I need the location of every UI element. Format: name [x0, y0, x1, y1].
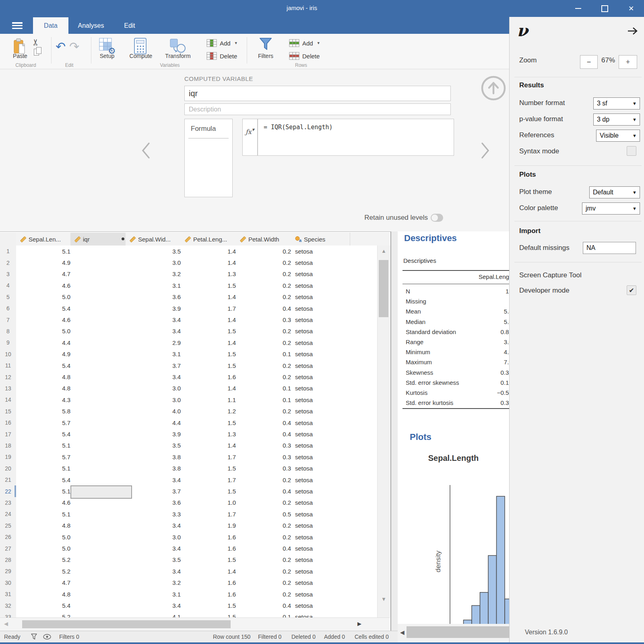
row-number[interactable]: 1: [0, 246, 17, 257]
table-cell[interactable]: setosa: [291, 497, 355, 509]
table-cell[interactable]: 3.9: [126, 303, 186, 314]
row-number[interactable]: 14: [0, 394, 17, 406]
table-cell[interactable]: setosa: [291, 428, 355, 440]
table-cell[interactable]: 3.3: [126, 508, 186, 520]
table-cell[interactable]: [70, 485, 132, 498]
table-cell[interactable]: setosa: [291, 360, 355, 372]
row-number[interactable]: 11: [0, 360, 17, 372]
row-number[interactable]: 32: [0, 600, 17, 611]
table-cell[interactable]: 0.1: [236, 611, 296, 617]
table-cell[interactable]: 0.2: [236, 577, 296, 589]
table-cell[interactable]: setosa: [291, 303, 355, 314]
column-header-sepal-len[interactable]: Sepal.Len...: [16, 233, 74, 246]
maximize-button[interactable]: [598, 3, 611, 14]
row-number[interactable]: 26: [0, 531, 17, 543]
table-cell[interactable]: 4.6: [16, 280, 76, 291]
table-cell[interactable]: setosa: [291, 520, 355, 532]
cut-icon[interactable]: ✂: [31, 39, 41, 46]
table-cell[interactable]: 0.2: [236, 566, 296, 577]
table-cell[interactable]: 3.5: [126, 246, 186, 257]
table-cell[interactable]: 1.5: [181, 326, 241, 337]
table-cell[interactable]: setosa: [291, 371, 355, 383]
table-cell[interactable]: 5.0: [16, 291, 76, 303]
pvalue-format-dropdown[interactable]: 3 dp▼: [593, 114, 640, 126]
table-cell[interactable]: 1.6: [181, 531, 241, 543]
variable-description-input[interactable]: [184, 103, 451, 115]
vertical-scrollbar[interactable]: ▲ ▼: [377, 246, 390, 617]
table-cell[interactable]: 0.2: [236, 291, 296, 303]
table-cell[interactable]: 1.5: [181, 611, 241, 617]
table-cell[interactable]: setosa: [291, 383, 355, 394]
table-cell[interactable]: 3.4: [126, 520, 186, 532]
table-cell[interactable]: 0.2: [236, 554, 296, 566]
table-cell[interactable]: 3.9: [126, 428, 186, 440]
column-header-iqr[interactable]: iqr: [70, 233, 130, 247]
table-cell[interactable]: [70, 451, 131, 463]
row-number[interactable]: 7: [0, 314, 17, 326]
table-cell[interactable]: setosa: [291, 554, 355, 566]
table-cell[interactable]: 5.1: [16, 485, 76, 497]
table-cell[interactable]: 3.7: [126, 360, 186, 372]
table-cell[interactable]: 5.2: [16, 554, 76, 566]
formula-input[interactable]: = IQR(Sepal.Length): [258, 119, 454, 156]
default-missings-input[interactable]: [583, 242, 636, 254]
setup-icon[interactable]: ⚙: [99, 38, 116, 55]
filters-icon[interactable]: [259, 37, 272, 51]
table-cell[interactable]: [70, 600, 131, 611]
table-cell[interactable]: 0.5: [236, 508, 296, 520]
table-cell[interactable]: 1.4: [181, 246, 241, 257]
add-variable-button[interactable]: Add▼: [206, 39, 238, 47]
table-cell[interactable]: 0.2: [236, 531, 296, 543]
table-cell[interactable]: 5.4: [16, 428, 76, 440]
table-cell[interactable]: [70, 246, 131, 257]
table-cell[interactable]: [70, 543, 131, 554]
table-cell[interactable]: 1.7: [181, 303, 241, 314]
variable-name-input[interactable]: [184, 86, 451, 101]
table-cell[interactable]: 1.6: [181, 588, 241, 600]
table-cell[interactable]: [70, 383, 131, 394]
screen-capture-tool-label[interactable]: Screen Capture Tool: [519, 271, 582, 279]
row-number[interactable]: 25: [0, 520, 17, 532]
table-cell[interactable]: 3.1: [126, 588, 186, 600]
table-cell[interactable]: 1.4: [181, 257, 241, 268]
table-cell[interactable]: 4.0: [126, 406, 186, 417]
table-cell[interactable]: setosa: [291, 349, 355, 360]
table-cell[interactable]: [70, 417, 131, 429]
table-cell[interactable]: 0.3: [236, 314, 296, 326]
table-cell[interactable]: 1.7: [181, 451, 241, 463]
table-cell[interactable]: setosa: [291, 508, 355, 520]
table-cell[interactable]: [70, 280, 131, 291]
table-cell[interactable]: setosa: [291, 577, 355, 589]
table-cell[interactable]: 1.5: [181, 280, 241, 291]
table-cell[interactable]: 5.7: [16, 451, 76, 463]
table-cell[interactable]: setosa: [291, 257, 355, 268]
scroll-down-icon[interactable]: ▼: [378, 596, 390, 602]
table-cell[interactable]: 1.2: [181, 406, 241, 417]
panel-splitter[interactable]: [391, 231, 398, 642]
table-cell[interactable]: 4.9: [16, 349, 76, 360]
table-cell[interactable]: setosa: [291, 440, 355, 452]
row-number[interactable]: 6: [0, 303, 17, 314]
table-cell[interactable]: [70, 463, 131, 475]
table-cell[interactable]: [70, 257, 131, 268]
table-cell[interactable]: setosa: [291, 291, 355, 303]
table-cell[interactable]: 1.1: [181, 394, 241, 406]
table-cell[interactable]: 0.2: [236, 268, 296, 280]
table-cell[interactable]: setosa: [291, 543, 355, 554]
table-cell[interactable]: 0.2: [236, 371, 296, 383]
table-cell[interactable]: [70, 337, 131, 349]
table-cell[interactable]: setosa: [291, 531, 355, 543]
plot-theme-dropdown[interactable]: Default▼: [589, 186, 640, 198]
scroll-left-icon[interactable]: ◀: [2, 621, 10, 627]
plots-section-title[interactable]: Plots: [410, 432, 431, 442]
table-cell[interactable]: 0.4: [236, 417, 296, 429]
delete-variable-button[interactable]: Delete: [206, 52, 237, 60]
table-cell[interactable]: 0.3: [236, 463, 296, 475]
table-corner-cell[interactable]: [0, 233, 17, 246]
transform-icon[interactable]: [169, 38, 187, 55]
table-cell[interactable]: 0.4: [236, 600, 296, 611]
table-cell[interactable]: [70, 394, 131, 406]
minimize-button[interactable]: [572, 3, 584, 14]
row-number[interactable]: 2: [0, 257, 17, 268]
table-cell[interactable]: 4.6: [16, 314, 76, 326]
